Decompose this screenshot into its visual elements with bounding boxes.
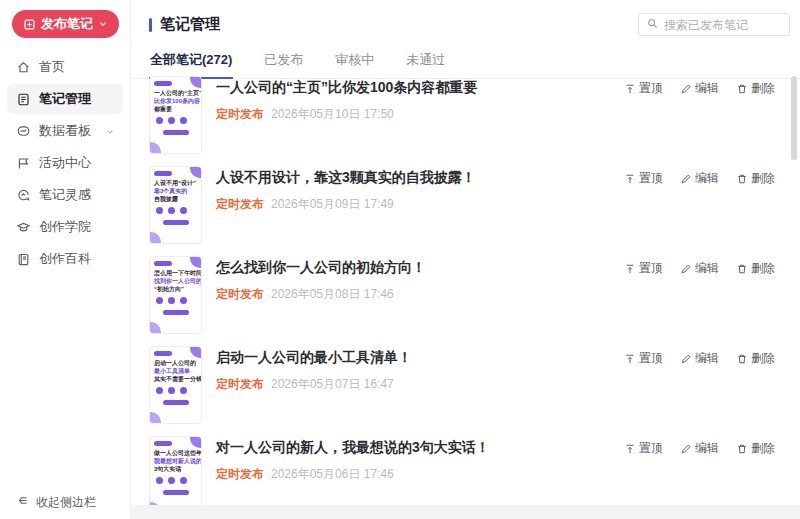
edit-pencil-icon: [680, 263, 692, 275]
thumbnail-text: 启动一人公司的: [150, 359, 201, 367]
thumbnail-text: 人设不用“设计”: [150, 179, 201, 187]
sidebar-item-label: 创作百科: [39, 250, 91, 268]
note-body: 怎么找到你一人公司的初始方向！ 定时发布 2026年05月08日 17:46: [216, 256, 426, 332]
thumbnail-text: 怎么用一下午时间，: [150, 269, 201, 277]
note-title[interactable]: 人设不用设计，靠这3颗真实的自我披露！: [216, 169, 476, 187]
edit-pencil-icon: [680, 353, 692, 365]
thumbnail-decor: [150, 113, 201, 124]
thumbnail-text: 最小工具清单: [150, 367, 201, 375]
edit-button[interactable]: 编辑: [680, 440, 719, 457]
trash-icon: [736, 173, 748, 185]
thumbnail-decor: [150, 203, 201, 214]
note-title[interactable]: 对一人公司的新人，我最想说的3句大实话！: [216, 439, 490, 457]
delete-label: 删除: [751, 260, 775, 277]
note-body: 人设不用设计，靠这3颗真实的自我披露！ 定时发布 2026年05月09日 17:…: [216, 166, 476, 242]
pin-top-label: 置顶: [639, 170, 663, 187]
note-thumbnail[interactable]: 怎么用一下午时间， 找到你一人公司的 “初始方向”: [149, 256, 202, 334]
thumbnail-decor: [163, 490, 189, 495]
note-meta: 定时发布 2026年05月10日 17:50: [216, 106, 477, 123]
search-input[interactable]: [664, 18, 782, 32]
thumbnail-decor: [163, 220, 189, 225]
note-actions: 置顶 编辑 删除: [624, 260, 775, 277]
note-row: 一人公司的“主页” 比你发100条内容 都重要 一人公司的“主页”比你发100条…: [131, 62, 800, 152]
thumbnail-text: 都重要: [150, 105, 201, 113]
sidebar-item-label: 首页: [39, 58, 65, 76]
note-actions: 置顶 编辑 删除: [624, 80, 775, 97]
edit-label: 编辑: [695, 80, 719, 97]
delete-button[interactable]: 删除: [736, 350, 775, 367]
sidebar-item-label: 笔记管理: [39, 90, 91, 108]
sidebar-item-creator-encyclopedia[interactable]: 创作百科: [7, 244, 123, 274]
sidebar-item-note-management[interactable]: 笔记管理: [7, 84, 123, 114]
note-thumbnail[interactable]: 启动一人公司的 最小工具清单 其实不需要一分钱: [149, 346, 202, 424]
note-actions: 置顶 编辑 删除: [624, 350, 775, 367]
note-body: 一人公司的“主页”比你发100条内容都重要 定时发布 2026年05月10日 1…: [216, 76, 477, 152]
thumbnail-text: 比你发100条内容: [150, 97, 201, 105]
sidebar-item-activity-center[interactable]: 活动中心: [7, 148, 123, 178]
note-row: 启动一人公司的 最小工具清单 其实不需要一分钱 启动一人公司的最小工具清单！ 定…: [131, 332, 800, 422]
delete-button[interactable]: 删除: [736, 80, 775, 97]
note-thumbnail[interactable]: 人设不用“设计” 靠3个真实的 自我披露: [149, 166, 202, 244]
note-body: 启动一人公司的最小工具清单！ 定时发布 2026年05月07日 16:47: [216, 346, 412, 422]
note-row: 做一人公司这些年， 我最想对新人说的 3句大实话 对一人公司的新人，我最想说的3…: [131, 422, 800, 505]
thumbnail-text: 做一人公司这些年，: [150, 449, 201, 457]
edit-button[interactable]: 编辑: [680, 80, 719, 97]
delete-button[interactable]: 删除: [736, 260, 775, 277]
note-row: 怎么用一下午时间， 找到你一人公司的 “初始方向” 怎么找到你一人公司的初始方向…: [131, 242, 800, 332]
pin-top-icon: [624, 173, 636, 185]
pin-top-button[interactable]: 置顶: [624, 350, 663, 367]
scrollbar-thumb[interactable]: [791, 76, 797, 160]
pin-top-icon: [624, 443, 636, 455]
thumbnail-badge: [154, 171, 172, 176]
search-box[interactable]: [638, 13, 790, 36]
pin-top-label: 置顶: [639, 440, 663, 457]
schedule-tag: 定时发布: [216, 286, 264, 303]
home-icon: [16, 60, 31, 75]
note-thumbnail[interactable]: 一人公司的“主页” 比你发100条内容 都重要: [149, 76, 202, 154]
delete-button[interactable]: 删除: [736, 170, 775, 187]
thumbnail-badge: [154, 81, 172, 86]
thumbnail-text: 自我披露: [150, 195, 201, 203]
edit-button[interactable]: 编辑: [680, 170, 719, 187]
note-title[interactable]: 一人公司的“主页”比你发100条内容都重要: [216, 79, 477, 97]
pin-top-button[interactable]: 置顶: [624, 260, 663, 277]
pin-top-icon: [624, 353, 636, 365]
note-datetime: 2026年05月10日 17:50: [271, 106, 394, 123]
note-thumbnail[interactable]: 做一人公司这些年， 我最想对新人说的 3句大实话: [149, 436, 202, 505]
sidebar-item-label: 创作学院: [39, 218, 91, 236]
note-body: 对一人公司的新人，我最想说的3句大实话！ 定时发布 2026年05月06日 17…: [216, 436, 490, 505]
thumbnail-decor: [163, 310, 189, 315]
edit-pencil-icon: [680, 443, 692, 455]
collapse-sidebar-button[interactable]: 收起侧边栏: [0, 485, 130, 519]
graduation-cap-icon: [16, 220, 31, 235]
pin-top-button[interactable]: 置顶: [624, 170, 663, 187]
note-title[interactable]: 启动一人公司的最小工具清单！: [216, 349, 412, 367]
thumbnail-decor: [150, 383, 201, 394]
sidebar: 发布笔记 首页: [0, 0, 131, 519]
sidebar-item-note-inspiration[interactable]: 笔记灵感: [7, 180, 123, 210]
thumbnail-badge: [154, 261, 172, 266]
chevron-down-icon: [98, 19, 108, 29]
plus-square-icon: [23, 18, 36, 31]
delete-label: 删除: [751, 350, 775, 367]
thumbnail-text: 找到你一人公司的: [150, 277, 201, 285]
publish-note-button[interactable]: 发布笔记: [12, 10, 119, 38]
edit-button[interactable]: 编辑: [680, 350, 719, 367]
edit-button[interactable]: 编辑: [680, 260, 719, 277]
notes-list: 一人公司的“主页” 比你发100条内容 都重要 一人公司的“主页”比你发100条…: [131, 62, 800, 505]
main-content: 笔记管理 全部笔记(272) 已发布 审核中 未通过: [131, 0, 800, 519]
sidebar-item-dashboard[interactable]: 数据看板: [7, 116, 123, 146]
note-datetime: 2026年05月08日 17:46: [271, 286, 394, 303]
pin-top-button[interactable]: 置顶: [624, 440, 663, 457]
note-actions: 置顶 编辑 删除: [624, 440, 775, 457]
edit-label: 编辑: [695, 260, 719, 277]
pin-top-icon: [624, 83, 636, 95]
dashboard-icon: [16, 124, 31, 139]
note-title[interactable]: 怎么找到你一人公司的初始方向！: [216, 259, 426, 277]
pin-top-label: 置顶: [639, 80, 663, 97]
delete-button[interactable]: 删除: [736, 440, 775, 457]
inspiration-icon: [16, 188, 31, 203]
pin-top-button[interactable]: 置顶: [624, 80, 663, 97]
sidebar-item-creator-academy[interactable]: 创作学院: [7, 212, 123, 242]
sidebar-item-home[interactable]: 首页: [7, 52, 123, 82]
